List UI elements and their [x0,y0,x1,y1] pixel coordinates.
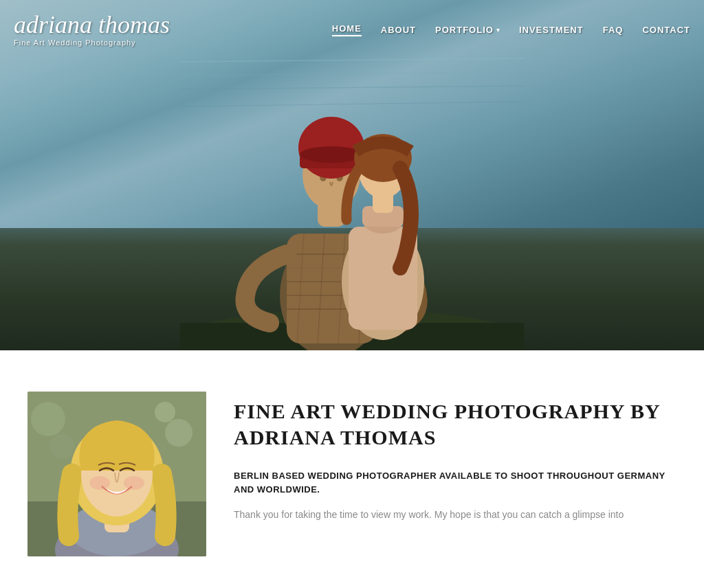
svg-line-1 [180,72,524,76]
logo-name: adriana thomas [14,12,170,37]
profile-portrait-svg [28,392,206,556]
nav-item-investment[interactable]: INVESTMENT [519,25,584,35]
svg-point-45 [124,476,144,490]
profile-image-wrap [28,392,206,556]
svg-line-2 [180,86,524,89]
nav-item-home[interactable]: HOME [332,23,362,36]
svg-point-36 [165,419,192,446]
subtitle: BERLIN BASED WEDDING PHOTOGRAPHER AVAILA… [234,469,676,496]
svg-line-3 [180,102,524,106]
nav-item-portfolio[interactable]: PORTFOLIO [435,25,494,35]
svg-point-37 [155,402,175,422]
svg-point-38 [50,434,74,459]
hero-couple-svg [180,7,524,350]
main-nav: HOME ABOUT PORTFOLIO ▾ INVESTMENT FAQ CO… [332,23,690,36]
main-title: FINE ART WEDDING PHOTOGRAPHY BY ADRIANA … [234,398,676,450]
logo[interactable]: adriana thomas Fine Art Wedding Photogra… [14,12,170,47]
logo-tagline: Fine Art Wedding Photography [14,38,170,47]
profile-image [28,392,206,556]
nav-item-contact[interactable]: CONTACT [642,25,690,35]
nav-item-about[interactable]: ABOUT [381,25,416,35]
content-section: FINE ART WEDDING PHOTOGRAPHY BY ADRIANA … [0,350,704,584]
chevron-down-icon: ▾ [496,26,500,34]
text-area: FINE ART WEDDING PHOTOGRAPHY BY ADRIANA … [234,392,676,523]
nav-item-faq[interactable]: FAQ [603,25,624,35]
svg-point-23 [300,146,363,163]
body-text: Thank you for taking the time to view my… [234,507,676,523]
svg-point-35 [31,402,65,436]
svg-point-44 [89,476,110,490]
nav-item-portfolio-wrap: PORTFOLIO ▾ [435,25,500,35]
svg-line-0 [180,58,524,62]
header: adriana thomas Fine Art Wedding Photogra… [0,0,704,54]
